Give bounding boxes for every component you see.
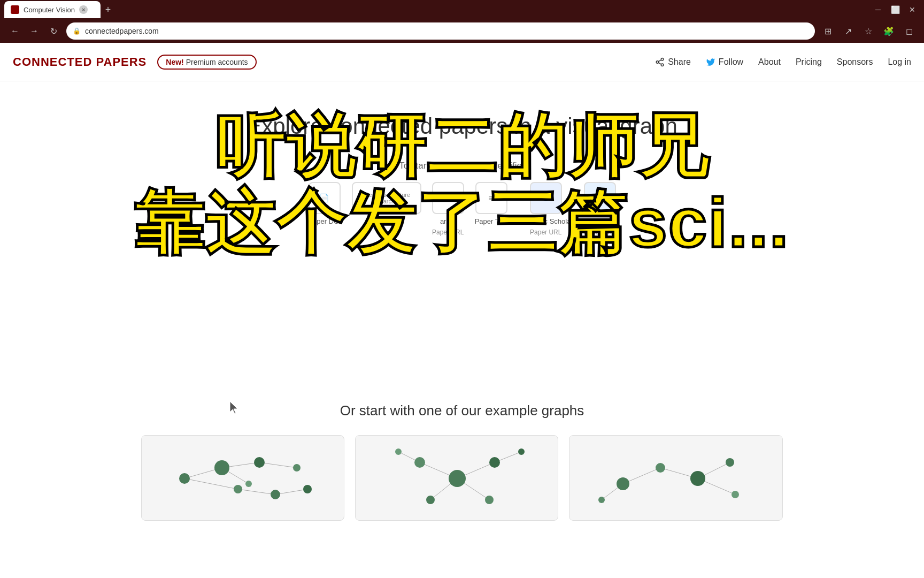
scholar-icon: S bbox=[530, 182, 562, 214]
window-close-button[interactable]: ✕ bbox=[905, 2, 920, 17]
window-controls: ─ ⬜ ✕ bbox=[871, 2, 920, 17]
new-tab-button[interactable]: + bbox=[101, 2, 116, 17]
address-bar-row: ← → ↻ 🔒 connectedpapers.com ⊞ ↗ ☆ 🧩 ◻ bbox=[0, 19, 924, 43]
url-text: connectedpapers.com bbox=[85, 27, 159, 35]
examples-section: Or start with one of our example graphs bbox=[0, 392, 924, 531]
scholar-sublabel: Paper URL bbox=[530, 229, 561, 236]
svg-point-13 bbox=[214, 460, 229, 475]
svg-line-9 bbox=[238, 489, 275, 495]
share-button[interactable]: Share bbox=[655, 57, 691, 67]
about-link[interactable]: About bbox=[758, 57, 781, 67]
svg-point-38 bbox=[617, 477, 629, 490]
pubmed-label: PubMed bbox=[587, 217, 613, 225]
translate-button[interactable]: ⊞ bbox=[819, 22, 836, 40]
pubmed-sublabel: Paper URL bbox=[584, 229, 615, 236]
svg-point-15 bbox=[254, 457, 265, 468]
svg-point-30 bbox=[485, 496, 494, 504]
window-minimize-button[interactable]: ─ bbox=[871, 2, 886, 17]
svg-point-18 bbox=[293, 464, 301, 471]
svg-point-39 bbox=[656, 463, 665, 473]
title-label: Paper Title bbox=[475, 217, 508, 225]
arxiv-icon: X bbox=[432, 182, 464, 214]
share-icon bbox=[655, 57, 665, 67]
share-label: Share bbox=[668, 57, 691, 67]
follow-label: Follow bbox=[719, 57, 743, 67]
header-nav: Share Follow About Pricing Sponsors Log … bbox=[655, 57, 911, 67]
search-option-scholar[interactable]: S Semantic Scholar Paper URL bbox=[519, 182, 573, 236]
cursor-icon bbox=[230, 401, 241, 414]
scholar-label: Semantic Scholar bbox=[519, 217, 573, 225]
new-label: New! bbox=[166, 58, 183, 66]
extensions-button[interactable]: 🧩 bbox=[880, 22, 897, 40]
svg-point-41 bbox=[726, 458, 734, 467]
svg-point-42 bbox=[732, 491, 739, 498]
svg-line-4 bbox=[659, 59, 661, 61]
example-graph-1[interactable] bbox=[141, 435, 344, 521]
graph-viz-3 bbox=[569, 436, 782, 520]
svg-point-28 bbox=[489, 457, 500, 468]
svg-point-17 bbox=[271, 490, 280, 499]
pubmed-icon: P bbox=[584, 182, 616, 214]
graph-svg-1 bbox=[142, 436, 344, 521]
profile-button[interactable]: ◻ bbox=[900, 22, 918, 40]
svg-point-29 bbox=[426, 496, 435, 504]
tab-favicon bbox=[11, 5, 19, 14]
title-icon: ≡ bbox=[475, 182, 507, 214]
lock-icon: 🔒 bbox=[73, 27, 81, 35]
premium-badge[interactable]: New! Premium accounts bbox=[157, 55, 256, 70]
search-options: 📄 Paper DOI "Semantic Texture Search" X … bbox=[11, 182, 913, 236]
address-bar[interactable]: 🔒 connectedpapers.com bbox=[66, 22, 815, 40]
graph-svg-2 bbox=[356, 436, 558, 521]
graph-viz-2 bbox=[356, 436, 558, 520]
svg-line-3 bbox=[659, 63, 661, 64]
svg-point-16 bbox=[245, 481, 252, 487]
svg-point-26 bbox=[449, 470, 466, 487]
svg-point-0 bbox=[661, 58, 664, 60]
pricing-link[interactable]: Pricing bbox=[796, 57, 822, 67]
example-graph-3[interactable] bbox=[569, 435, 783, 521]
svg-point-40 bbox=[690, 471, 705, 486]
premium-text: Premium accounts bbox=[186, 58, 248, 66]
hero-title: Explore connected papers in a visual gra… bbox=[11, 113, 913, 139]
back-button[interactable]: ← bbox=[6, 22, 24, 40]
nav-buttons: ← → ↻ bbox=[6, 22, 62, 40]
search-option-title[interactable]: ≡ Paper Title bbox=[475, 182, 508, 236]
follow-button[interactable]: Follow bbox=[706, 57, 743, 67]
svg-line-11 bbox=[275, 489, 307, 495]
svg-point-14 bbox=[234, 485, 242, 493]
tab-title: Computer Vision bbox=[24, 6, 75, 14]
svg-point-1 bbox=[656, 60, 659, 63]
arxiv-label: arXiv bbox=[440, 217, 456, 225]
examples-title: Or start with one of our example graphs bbox=[32, 402, 892, 419]
main-content: Explore connected papers in a visual gra… bbox=[0, 81, 924, 392]
website: CONNECTED PAPERSNNECTED PAPERS New! Prem… bbox=[0, 43, 924, 531]
search-option-arxiv[interactable]: X arXiv Paper URL bbox=[432, 182, 464, 236]
svg-point-12 bbox=[179, 473, 190, 484]
share-page-button[interactable]: ↗ bbox=[840, 22, 857, 40]
twitter-icon bbox=[706, 57, 715, 67]
search-option-semantic[interactable]: "Semantic Texture Search" bbox=[352, 182, 421, 236]
bookmark-button[interactable]: ☆ bbox=[860, 22, 877, 40]
graph-svg-3 bbox=[569, 436, 783, 521]
search-option-doi[interactable]: 📄 Paper DOI bbox=[308, 182, 341, 236]
doi-icon: 📄 bbox=[309, 182, 341, 214]
refresh-button[interactable]: ↻ bbox=[45, 22, 62, 40]
svg-point-2 bbox=[661, 64, 664, 66]
graph-viz-1 bbox=[142, 436, 344, 520]
search-option-pubmed[interactable]: P PubMed Paper URL bbox=[584, 182, 616, 236]
semantic-icon-text: "Semantic Texture Search" bbox=[352, 182, 421, 214]
example-graphs bbox=[32, 435, 892, 521]
arxiv-sublabel: Paper URL bbox=[432, 229, 464, 236]
tab-close-button[interactable]: ✕ bbox=[79, 5, 88, 14]
login-link[interactable]: Log in bbox=[888, 57, 911, 67]
window-restore-button[interactable]: ⬜ bbox=[888, 2, 903, 17]
sponsors-link[interactable]: Sponsors bbox=[837, 57, 873, 67]
example-graph-2[interactable] bbox=[355, 435, 558, 521]
active-tab[interactable]: Computer Vision ✕ bbox=[4, 1, 101, 18]
doi-label: Paper DOI bbox=[308, 217, 341, 225]
cursor bbox=[230, 401, 241, 416]
forward-button[interactable]: → bbox=[26, 22, 43, 40]
svg-point-31 bbox=[395, 448, 402, 455]
logo-text: CONNECTED PAPERSNNECTED PAPERS bbox=[13, 55, 147, 69]
browser-chrome: Computer Vision ✕ + ─ ⬜ ✕ ← → ↻ 🔒 connec… bbox=[0, 0, 924, 43]
